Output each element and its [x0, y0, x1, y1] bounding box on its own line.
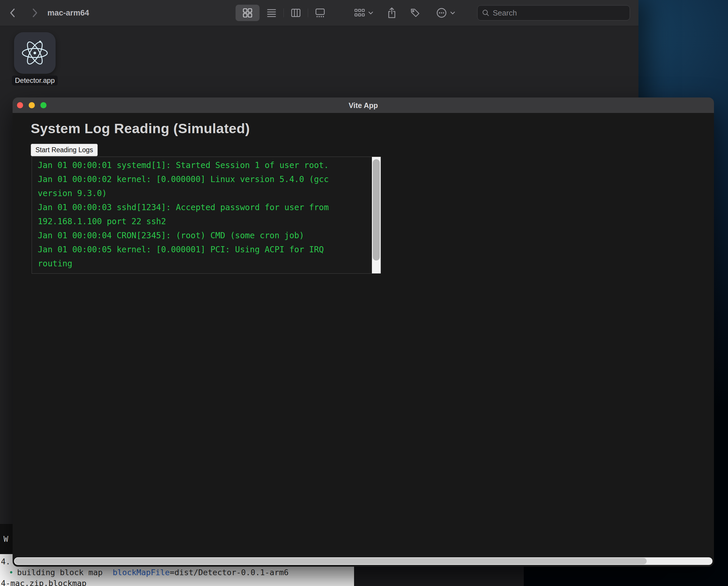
- search-icon: [482, 9, 490, 17]
- vite-titlebar[interactable]: Vite App: [12, 98, 714, 113]
- list-view-icon: [266, 8, 277, 18]
- share-icon: [387, 7, 397, 19]
- more-ellipsis-icon: [436, 7, 447, 19]
- log-vertical-scrollbar[interactable]: [372, 157, 381, 273]
- terminal-build-text: building block map: [17, 568, 103, 577]
- chevron-down-icon: [368, 11, 374, 15]
- chevron-left-icon: [8, 7, 18, 19]
- finder-window-title: mac-arm64: [47, 0, 89, 26]
- log-line: Jan 01 00:00:02 kernel: [0.000000] Linux…: [38, 172, 355, 201]
- chevron-right-icon: [30, 7, 40, 19]
- terminal-wrap-line: 4-mac.zip.blockmap: [1, 579, 87, 586]
- log-line: Jan 01 00:00:05 kernel: [0.000001] PCI: …: [38, 243, 355, 271]
- forward-button[interactable]: [28, 5, 41, 21]
- terminal-left-char: W: [3, 534, 8, 544]
- vite-window-title: Vite App: [12, 98, 714, 113]
- log-output-box: Jan 01 00:00:01 systemd[1]: Started Sess…: [32, 157, 381, 274]
- log-line: Jan 01 00:00:03 sshd[1234]: Accepted pas…: [38, 201, 355, 229]
- electron-atom-icon: [20, 38, 50, 68]
- column-view-button[interactable]: [284, 5, 308, 21]
- log-line: Jan 01 00:00:01 systemd[1]: Started Sess…: [38, 158, 355, 172]
- log-scrollbar-thumb[interactable]: [373, 159, 380, 260]
- window-horizontal-scrollbar[interactable]: [14, 557, 712, 565]
- list-view-button[interactable]: [260, 5, 284, 21]
- finder-toolbar: mac-arm64: [0, 0, 639, 26]
- vite-content: System Log Reading (Simulated) Start Rea…: [12, 113, 714, 566]
- view-switcher: [236, 5, 332, 21]
- search-field[interactable]: [477, 5, 630, 21]
- terminal-mid-dark-strip: [354, 567, 524, 586]
- log-line: Jan 01 00:00:04 CRON[2345]: (root) CMD (…: [38, 229, 355, 243]
- terminal-wrap-marker: 4.: [1, 557, 10, 566]
- terminal-blockmap-value: =dist/Detector-0.0.1-arm6: [170, 568, 288, 577]
- bullet-icon: •: [9, 568, 14, 577]
- app-label: Detector.app: [11, 76, 58, 85]
- group-button[interactable]: [347, 5, 380, 21]
- vite-app-window: Vite App System Log Reading (Simulated) …: [12, 98, 714, 567]
- gallery-view-button[interactable]: [308, 5, 332, 21]
- icon-view-button[interactable]: [236, 5, 260, 21]
- share-button[interactable]: [383, 5, 401, 21]
- horizontal-scrollbar-thumb[interactable]: [15, 558, 647, 564]
- detector-app-icon[interactable]: [14, 32, 56, 74]
- back-button[interactable]: [6, 5, 19, 21]
- tag-icon: [410, 7, 421, 19]
- start-reading-logs-button[interactable]: Start Reading Logs: [31, 144, 98, 156]
- terminal-dark-background: W: [0, 524, 12, 554]
- group-view-icon: [354, 8, 365, 18]
- log-lines: Jan 01 00:00:01 systemd[1]: Started Sess…: [32, 157, 355, 273]
- terminal-build-line: •building block mapblockMapFile=dist/Det…: [9, 568, 288, 577]
- desktop: mac-arm64: [0, 0, 728, 586]
- page-title: System Log Reading (Simulated): [31, 120, 714, 137]
- grid-view-icon: [242, 8, 253, 18]
- chevron-down-icon: [450, 11, 456, 15]
- gallery-view-icon: [315, 8, 326, 18]
- terminal-blockmap-key: blockMapFile: [113, 568, 170, 577]
- more-button[interactable]: [430, 5, 462, 21]
- tag-button[interactable]: [406, 5, 424, 21]
- column-view-icon: [290, 8, 302, 18]
- search-input[interactable]: [493, 8, 626, 18]
